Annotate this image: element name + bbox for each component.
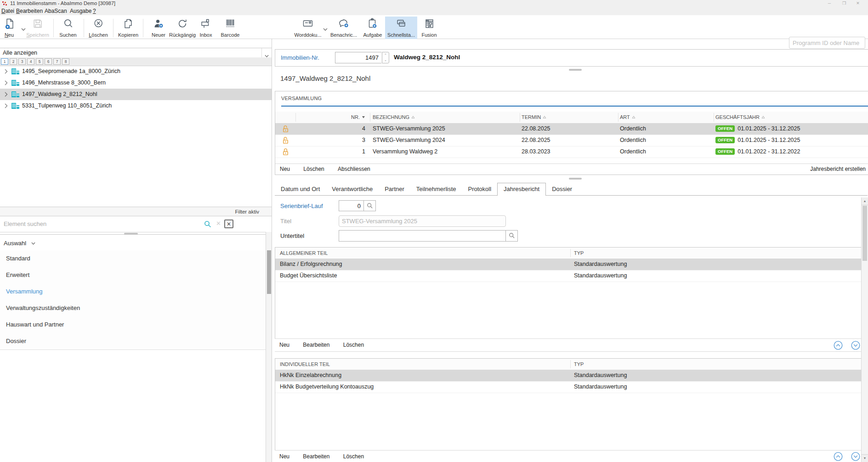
- delete-button[interactable]: Löschen: [86, 17, 110, 39]
- column-header-allgemeiner-teil[interactable]: ALLGEMEINER TEIL: [280, 248, 328, 259]
- splitter-grip[interactable]: [569, 178, 582, 180]
- tab-teilnehmerliste[interactable]: Teilnehmerliste: [410, 183, 462, 195]
- serienbrief-lookup-button[interactable]: [363, 200, 376, 211]
- page-tab-5[interactable]: 5: [36, 58, 43, 65]
- column-header-typ[interactable]: TYP: [574, 359, 584, 370]
- menu-bearbeiten[interactable]: Bearbeiten: [15, 7, 44, 15]
- scroll-up-icon[interactable]: ▲: [862, 197, 868, 205]
- column-header-bezeichnung[interactable]: BEZEICHNUNG: [373, 112, 415, 123]
- new-person-button[interactable]: Neuer: [149, 17, 168, 39]
- table-row[interactable]: HkNk Einzelabrechnung Standardauswertung: [275, 370, 868, 382]
- quick-launch-button[interactable]: Schnellsta...: [385, 17, 417, 39]
- menu-help[interactable]: ?: [92, 7, 97, 15]
- scroll-down-icon[interactable]: ▼: [862, 454, 868, 462]
- tab-datum-und-ort[interactable]: Datum und Ort: [275, 183, 326, 195]
- loeschen-button[interactable]: Löschen: [303, 164, 324, 175]
- serienbrief-lauf-input[interactable]: [339, 200, 364, 211]
- table-row[interactable]: Bilanz / Erfolgsrechnung Standardauswert…: [275, 259, 868, 270]
- column-header-termin[interactable]: TERMIN: [522, 112, 546, 123]
- column-header-typ[interactable]: TYP: [574, 248, 584, 259]
- neu-button[interactable]: Neu: [280, 164, 290, 175]
- search-button[interactable]: Suchen: [57, 17, 79, 39]
- sidebar-scrollbar[interactable]: [266, 232, 272, 462]
- undo-button[interactable]: Rückgängig: [167, 17, 198, 39]
- column-header-individueller-teil[interactable]: INDIVIDUELLER TEIL: [280, 359, 330, 370]
- expand-chevron-icon[interactable]: [5, 69, 8, 74]
- page-tab-7[interactable]: 7: [53, 58, 61, 65]
- inbox-button[interactable]: Inbox: [198, 17, 215, 39]
- close-button[interactable]: ✕: [851, 0, 864, 7]
- immobilien-nr-label[interactable]: Immobilien-Nr.: [281, 54, 319, 61]
- sidebar-item-standard[interactable]: Standard: [0, 250, 266, 267]
- versammlung-row[interactable]: 4 STWEG-Versammlung 2025 22.08.2025 Orde…: [275, 123, 868, 135]
- tab-verantwortliche[interactable]: Verantwortliche: [326, 183, 379, 195]
- neu-button[interactable]: Neu: [279, 339, 289, 351]
- menu-abascan[interactable]: AbaScan: [44, 7, 68, 15]
- new-button[interactable]: Neu: [1, 17, 17, 39]
- spinner-down-icon[interactable]: ⌄: [382, 57, 389, 62]
- tab-protokoll[interactable]: Protokoll: [462, 183, 498, 195]
- sidebar-item-verwaltungszustaendigkeiten[interactable]: Verwaltungszuständigkeiten: [0, 300, 266, 317]
- tree-item-property[interactable]: 5331_Tulpenweg 110_8051_Zürich: [0, 100, 272, 112]
- tree-item-property-selected[interactable]: 1497_Waldweg 2_8212_Nohl: [0, 89, 272, 100]
- splitter-grip[interactable]: [124, 233, 138, 235]
- sidebar-item-hauswart-und-partner[interactable]: Hauswart und Partner: [0, 316, 266, 333]
- minimize-button[interactable]: ─: [823, 0, 836, 7]
- expand-chevron-icon[interactable]: [5, 103, 8, 108]
- close-search-button[interactable]: ✕: [224, 220, 233, 228]
- page-tab-2[interactable]: 2: [10, 58, 17, 65]
- neu-button[interactable]: Neu: [279, 451, 289, 462]
- page-tab-6[interactable]: 6: [45, 58, 52, 65]
- notification-button[interactable]: Benachric...: [328, 17, 359, 39]
- splitter-grip[interactable]: [569, 69, 582, 71]
- menu-ausgabe[interactable]: Ausgabe: [69, 7, 92, 15]
- main-scrollbar[interactable]: ▲ ▼: [861, 197, 868, 462]
- tab-partner[interactable]: Partner: [379, 183, 410, 195]
- move-up-button[interactable]: [834, 341, 843, 350]
- column-header-art[interactable]: ART: [620, 112, 635, 123]
- bearbeiten-button[interactable]: Bearbeiten: [303, 339, 329, 351]
- table-row[interactable]: HkNk Budgetverteilung Kontoauszug Standa…: [275, 381, 868, 393]
- versammlung-row[interactable]: 3 STWEG-Versammlung 2024 22.08.2025 Orde…: [275, 135, 868, 146]
- scrollbar-thumb[interactable]: [862, 206, 867, 261]
- program-search-input[interactable]: [789, 37, 865, 49]
- move-down-button[interactable]: [851, 341, 860, 350]
- bearbeiten-button[interactable]: Bearbeiten: [303, 451, 329, 462]
- column-header-geschaeftsjahr[interactable]: GESCHÄFTSJAHR: [715, 112, 765, 123]
- untertitel-lookup-button[interactable]: [505, 230, 518, 242]
- scrollbar-thumb[interactable]: [267, 250, 271, 294]
- page-tab-8[interactable]: 8: [62, 58, 69, 65]
- loeschen-button[interactable]: Löschen: [343, 339, 364, 351]
- expand-chevron-icon[interactable]: [5, 80, 8, 85]
- chevron-down-icon[interactable]: [261, 48, 272, 57]
- untertitel-input[interactable]: [339, 230, 506, 242]
- sidebar-item-erweitert[interactable]: Erweitert: [0, 267, 266, 284]
- task-button[interactable]: Aufgabe: [361, 17, 385, 39]
- chevron-down-icon[interactable]: [323, 28, 328, 31]
- maximize-button[interactable]: ❒: [838, 0, 851, 7]
- element-search-placeholder[interactable]: Element suchen: [4, 220, 46, 227]
- immobilien-nr-input[interactable]: [335, 52, 381, 63]
- move-down-button[interactable]: [851, 452, 860, 461]
- loeschen-button[interactable]: Löschen: [343, 451, 364, 462]
- number-spinner[interactable]: ⌃ ⌄: [382, 52, 389, 63]
- jahresbericht-erstellen-button[interactable]: Jahresbericht erstellen: [810, 164, 866, 175]
- copy-button[interactable]: Kopieren: [116, 17, 141, 39]
- tab-jahresbericht[interactable]: Jahresbericht: [497, 183, 546, 196]
- page-tab-4[interactable]: 4: [27, 58, 34, 65]
- table-row[interactable]: Budget Übersichtsliste Standardauswertun…: [275, 270, 868, 282]
- element-search-row[interactable]: Element suchen ✕ ✕: [0, 217, 272, 232]
- page-tab-3[interactable]: 3: [18, 58, 26, 65]
- word-document-button[interactable]: Worddoku...: [292, 17, 323, 39]
- selection-dropdown[interactable]: Auswahl: [0, 237, 272, 251]
- sidebar-item-dossier[interactable]: Dossier: [0, 333, 266, 350]
- abschliessen-button[interactable]: Abschliessen: [338, 164, 370, 175]
- move-up-button[interactable]: [834, 452, 843, 461]
- fusion-button[interactable]: Fusion: [419, 17, 439, 39]
- column-header-nr[interactable]: NR.: [295, 112, 365, 123]
- versammlung-row[interactable]: 1 Versammlung Waldweg 2 28.03.2023 Orden…: [275, 146, 868, 158]
- search-icon[interactable]: [204, 220, 211, 228]
- view-filter-dropdown[interactable]: Alle anzeigen: [0, 48, 272, 58]
- barcode-button[interactable]: Barcode: [219, 17, 242, 39]
- tab-dossier[interactable]: Dossier: [546, 183, 578, 195]
